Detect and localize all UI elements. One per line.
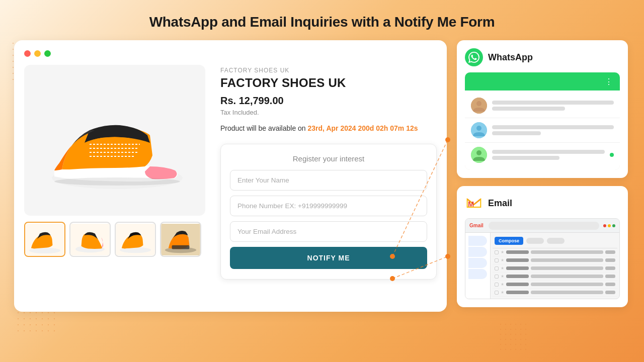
wa-online-status — [610, 153, 614, 157]
email-checkbox-4[interactable] — [495, 275, 499, 279]
email-sidebar-drafts[interactable] — [468, 269, 487, 279]
email-checkbox-2[interactable] — [495, 258, 499, 262]
product-images: NITRO — [24, 65, 205, 280]
email-date-6 — [605, 291, 615, 294]
email-date-3 — [605, 266, 615, 270]
email-star-4[interactable]: ★ — [501, 274, 504, 279]
product-name: FACTORY SHOES UK — [220, 76, 437, 90]
wa-chat-item-1[interactable] — [465, 94, 620, 118]
email-header: M Email — [465, 194, 620, 212]
email-star-6[interactable]: ★ — [501, 290, 504, 295]
thumbnail-1[interactable] — [24, 222, 65, 257]
right-panel: WhatsApp ⋮ — [457, 40, 628, 307]
wa-line-name-1 — [492, 101, 614, 105]
email-date-1 — [605, 250, 615, 254]
phone-input[interactable] — [230, 196, 427, 216]
email-sidebar-compose[interactable] — [468, 236, 487, 246]
email-row-1[interactable]: ★ — [493, 248, 617, 256]
email-date-5 — [605, 283, 615, 286]
email-sidebar-sent[interactable] — [468, 258, 487, 268]
wa-line-msg-2 — [492, 131, 541, 135]
whatsapp-card: WhatsApp ⋮ — [457, 40, 628, 178]
svg-point-17 — [476, 101, 481, 106]
window-minimize-btn[interactable] — [34, 50, 41, 57]
wa-chat-item-2[interactable] — [465, 118, 620, 143]
email-list: Compose ★ ★ — [491, 233, 619, 299]
email-checkbox-5[interactable] — [495, 283, 499, 287]
page-title: WhatsApp and Email Inquiries with a Noti… — [0, 0, 644, 40]
email-filter-1[interactable] — [526, 238, 544, 244]
window-close-btn[interactable] — [24, 50, 31, 57]
email-topbar: Gmail — [465, 219, 619, 233]
wa-chat-item-3[interactable] — [465, 143, 620, 167]
whatsapp-header: WhatsApp — [465, 48, 620, 66]
email-sender-3 — [506, 266, 529, 270]
email-checkbox-1[interactable] — [495, 250, 499, 254]
availability-prefix: Product will be available on — [220, 124, 308, 132]
availability-date: 23rd, Apr 2024 200d 02h 07m 12s — [308, 124, 418, 132]
email-sender-4 — [506, 275, 529, 278]
svg-text:NITRO: NITRO — [90, 168, 104, 174]
wa-avatar-1 — [471, 98, 487, 114]
whatsapp-icon — [465, 48, 483, 66]
email-subject-3 — [531, 266, 603, 270]
svg-point-21 — [476, 150, 481, 155]
thumbnail-2[interactable] — [69, 222, 111, 257]
thumbnail-3[interactable] — [115, 222, 156, 257]
wa-chat-lines-2 — [492, 125, 614, 135]
shoe-illustration: NITRO — [39, 77, 190, 203]
email-compose-btn[interactable]: Compose — [495, 237, 523, 245]
thumbnail-row — [24, 222, 205, 257]
email-row-4[interactable]: ★ — [493, 273, 617, 281]
email-dot-3 — [612, 224, 615, 227]
product-details: FACTORY SHOES UK FACTORY SHOES UK Rs. 12… — [220, 65, 437, 280]
email-body: Compose ★ ★ — [465, 233, 619, 299]
thumbnail-4[interactable] — [160, 222, 201, 257]
svg-text:M: M — [468, 200, 474, 208]
email-sender-2 — [506, 258, 529, 262]
svg-point-6 — [54, 177, 180, 186]
whatsapp-title: WhatsApp — [488, 52, 533, 63]
email-star-1[interactable]: ★ — [501, 250, 504, 254]
brand-label: FACTORY SHOES UK — [220, 67, 437, 74]
wa-chat-list — [465, 90, 620, 170]
product-content: NITRO — [24, 65, 437, 280]
svg-point-19 — [476, 126, 481, 131]
svg-rect-15 — [172, 245, 190, 249]
email-star-3[interactable]: ★ — [501, 266, 504, 270]
email-window-controls — [603, 224, 615, 227]
main-product-image: NITRO — [24, 65, 205, 216]
name-input[interactable] — [230, 170, 427, 191]
email-search-bar[interactable] — [489, 222, 599, 230]
email-subject-6 — [531, 291, 603, 294]
product-card: NITRO — [14, 40, 447, 312]
email-row-6[interactable]: ★ — [493, 289, 617, 297]
email-row-3[interactable]: ★ — [493, 264, 617, 273]
email-subject-2 — [531, 258, 603, 262]
notify-button[interactable]: NOTIFY ME — [230, 247, 427, 269]
email-row-5[interactable]: ★ — [493, 281, 617, 289]
email-checkbox-3[interactable] — [495, 266, 499, 270]
email-star-2[interactable]: ★ — [501, 258, 504, 262]
email-sender-6 — [506, 291, 529, 294]
email-star-5[interactable]: ★ — [501, 282, 504, 287]
email-sender-1 — [506, 250, 529, 254]
email-card: M Email Gmail — [457, 186, 628, 307]
wa-line-msg-3 — [492, 156, 559, 160]
email-row-2[interactable]: ★ — [493, 256, 617, 264]
wa-avatar-3 — [471, 147, 487, 163]
email-sidebar-inbox[interactable] — [468, 247, 487, 257]
email-input[interactable] — [230, 221, 427, 242]
form-title: Register your interest — [230, 154, 427, 163]
availability-text: Product will be available on 23rd, Apr 2… — [220, 123, 437, 134]
email-checkbox-6[interactable] — [495, 291, 499, 295]
window-controls — [24, 50, 437, 57]
email-filter-2[interactable] — [547, 238, 565, 244]
email-subject-1 — [531, 250, 603, 254]
email-icon: M — [465, 194, 483, 212]
window-maximize-btn[interactable] — [44, 50, 51, 57]
wa-menu-icon: ⋮ — [605, 77, 614, 86]
email-sidebar — [465, 233, 491, 299]
email-date-4 — [605, 275, 615, 278]
product-price: Rs. 12,799.00 — [220, 95, 437, 107]
